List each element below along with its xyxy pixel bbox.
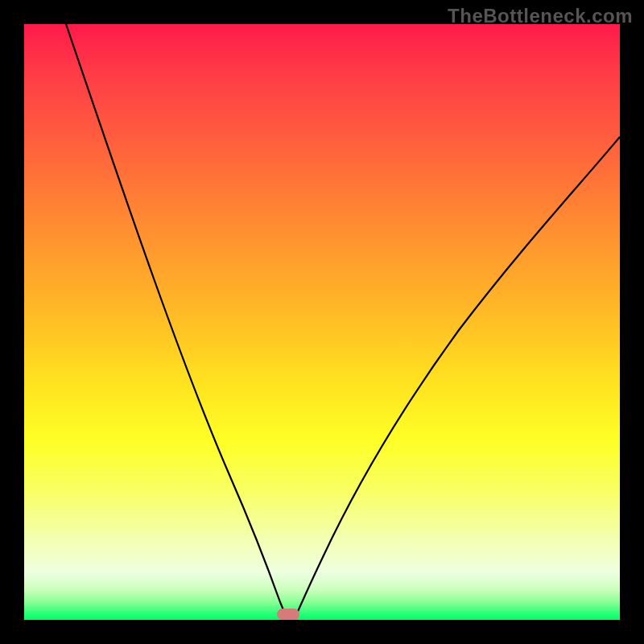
watermark-text: TheBottleneck.com	[448, 5, 633, 27]
chart-container: TheBottleneck.com	[0, 0, 644, 644]
curve-left	[66, 24, 287, 618]
curve-layer	[24, 24, 620, 620]
minimum-marker	[277, 609, 299, 620]
plot-area	[24, 24, 620, 620]
curve-right	[295, 137, 620, 618]
